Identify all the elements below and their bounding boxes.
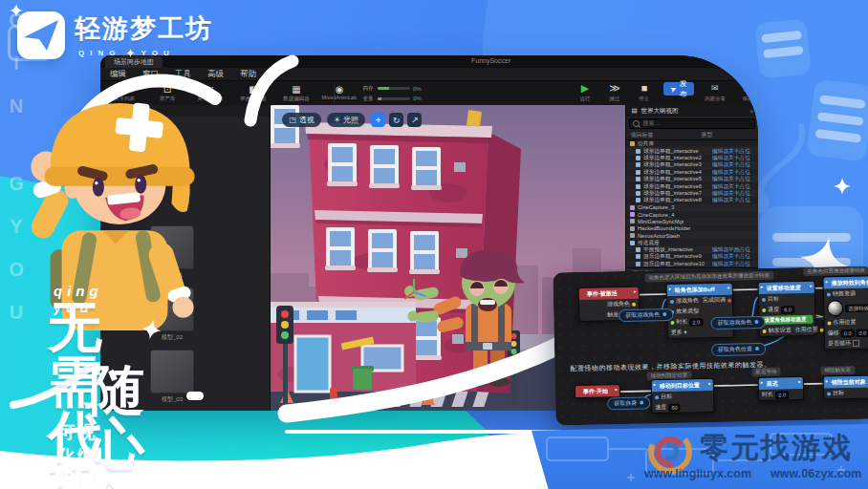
getter-pill-node[interactable]: 获取游戏角色 [618, 308, 673, 322]
brand-logo: 轻游梦工坊 QING YOU [17, 11, 213, 59]
viewport-mode-button[interactable]: ◳ 透视 [282, 113, 321, 127]
node-comment: 销毁触发器 [820, 366, 855, 375]
blueprint-panel[interactable]: 当角色进入区域后为其添加加速效果并播放提示特效在角色位置播放能量特效移动到指定位… [553, 266, 868, 426]
getter-pill-node[interactable]: 获取游戏角色 [710, 316, 765, 330]
viewport-mode-button[interactable]: ☀ 光照 [327, 113, 365, 127]
brand-sub-left: QING [78, 49, 120, 57]
node-comment: 在角色位置播放能量特效 [803, 266, 868, 276]
watermark-url-1[interactable]: www.lingliuyx.com [644, 467, 751, 480]
watermark-url-2[interactable]: www.06zyx.com [770, 467, 861, 480]
material-sphere-preview [827, 300, 843, 316]
node-comment: 当角色进入区域后为其添加加速效果并播放提示特效 [644, 271, 773, 283]
brand-logo-icon [17, 11, 65, 59]
hero-dash [186, 392, 204, 400]
blueprint-node[interactable]: 设置移动速度目标速度6.0设置角色移动速度触发设置作用位置 [758, 281, 816, 337]
brand-sub-star-icon [126, 49, 135, 57]
promo-banner: QINGYOU 场景同步地图 FunnySoccer 编辑窗口工具高级帮助 ≡ … [0, 0, 868, 489]
watermark-band: 零元找游戏 www.lingliuyx.com www.06zyx.com [532, 424, 868, 489]
transform-tool-button[interactable]: ↻ [389, 113, 403, 127]
viewport-mode-icon: ◳ [289, 116, 296, 124]
blueprint-node[interactable]: 销毁当前对象目标 [823, 374, 868, 399]
blueprint-node[interactable]: 延迟时长2.0 [758, 376, 805, 401]
getter-pill-node[interactable]: 获取自身 [607, 396, 650, 410]
blueprint-node[interactable]: 事件·开始 [575, 384, 620, 398]
logo-sparkle-icon [10, 4, 23, 17]
hero-caption: 可视化编程，让你的创意不再被代码拒之门外 [57, 420, 97, 489]
viewport-mode-icon: ☀ [334, 116, 340, 124]
blueprint-node[interactable]: 给角色添加Buff游戏角色完成回调效果类型时长2.0更多 ▾ [666, 283, 734, 339]
watermark-title: 零元找游戏 [700, 429, 853, 468]
brand-sub-right: YOU [141, 49, 174, 57]
brand-title: 轻游梦工坊 [75, 11, 213, 46]
getter-pill-node[interactable]: 获取角色位置 [711, 343, 766, 356]
blueprint-node[interactable]: 移动到目标位置目标速度60 [651, 378, 715, 414]
hero-line2: 随心创造 [90, 363, 175, 489]
transform-tool-button[interactable]: + [371, 113, 385, 127]
blueprint-node[interactable]: 播放特效到角色特效资源特效实例选择特效资源作用位置偏移0.00.00.0是否循环 [823, 275, 868, 351]
transform-tool-button[interactable]: ↗ [407, 113, 422, 127]
